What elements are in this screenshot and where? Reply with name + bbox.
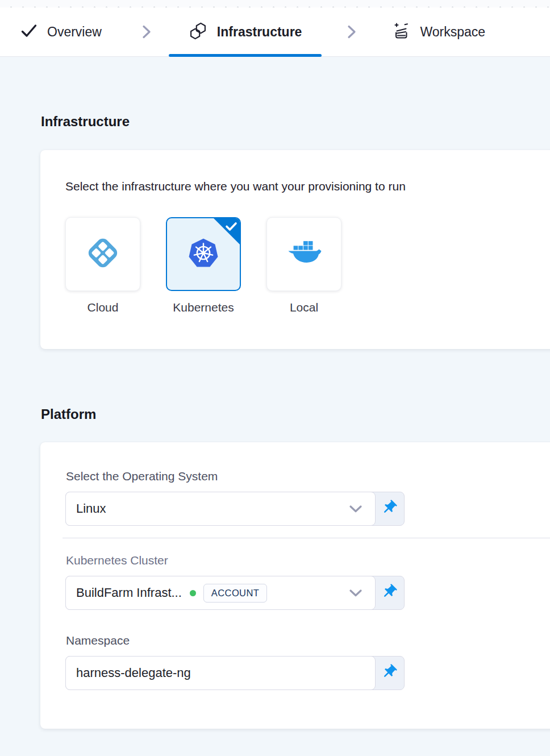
os-select[interactable]: Linux	[65, 492, 376, 526]
infrastructure-section-title: Infrastructure	[41, 114, 550, 129]
os-pin-button[interactable]	[374, 492, 404, 525]
cluster-select-row: BuildFarm Infrast... ACCOUNT	[65, 576, 405, 610]
connector-status-dot	[190, 590, 196, 596]
os-label: Select the Operating System	[66, 470, 538, 483]
option-cloud[interactable]	[65, 217, 140, 291]
tab-infrastructure[interactable]: Infrastructure	[169, 7, 322, 56]
namespace-input-row	[65, 656, 405, 690]
divider	[63, 538, 550, 538]
infrastructure-options: Cloud	[65, 217, 538, 314]
pin-icon	[381, 663, 398, 683]
platform-card: Select the Operating System Linux Kubern…	[40, 442, 550, 729]
chevron-right-icon	[141, 24, 152, 40]
chevron-down-icon	[349, 589, 366, 597]
tab-workspace[interactable]: Workspace	[392, 7, 485, 56]
option-kubernetes-wrap: Kubernetes	[166, 217, 241, 314]
cluster-select-value: BuildFarm Infrast...	[76, 585, 182, 600]
chevron-down-icon	[349, 505, 366, 513]
option-kubernetes[interactable]	[166, 217, 241, 291]
platform-section-title: Platform	[41, 406, 550, 422]
os-select-row: Linux	[65, 492, 405, 526]
tab-overview[interactable]: Overview	[20, 7, 102, 56]
kubernetes-icon	[186, 235, 221, 273]
tab-workspace-label: Workspace	[420, 24, 485, 40]
namespace-input[interactable]	[65, 656, 376, 690]
option-local[interactable]	[266, 217, 341, 291]
namespace-pin-button[interactable]	[374, 657, 404, 689]
option-cloud-wrap: Cloud	[65, 217, 140, 314]
check-icon	[20, 23, 38, 40]
cloud-icon	[84, 234, 122, 274]
stepper-tabs: Overview Infrastructure Workspace	[0, 7, 550, 57]
cluster-label: Kubernetes Cluster	[66, 554, 538, 567]
tab-overview-label: Overview	[47, 24, 102, 40]
tab-infrastructure-label: Infrastructure	[217, 24, 302, 40]
os-select-value: Linux	[76, 501, 106, 516]
infrastructure-instruction: Select the infrastructure where you want…	[65, 178, 538, 194]
pin-icon	[381, 499, 398, 518]
pin-icon	[381, 583, 398, 603]
option-local-wrap: Local	[266, 217, 341, 314]
scope-badge: ACCOUNT	[203, 584, 267, 603]
option-kubernetes-label: Kubernetes	[173, 301, 234, 314]
cluster-select[interactable]: BuildFarm Infrast... ACCOUNT	[65, 576, 376, 610]
check-icon	[225, 222, 238, 231]
infrastructure-card: Select the infrastructure where you want…	[40, 150, 550, 349]
namespace-label: Namespace	[66, 634, 538, 647]
option-local-label: Local	[290, 301, 318, 314]
docker-icon	[286, 238, 322, 270]
chevron-right-icon	[347, 24, 357, 40]
option-cloud-label: Cloud	[88, 301, 119, 314]
stack-icon	[392, 22, 410, 42]
cluster-pin-button[interactable]	[374, 576, 404, 609]
dotted-canvas-strip	[0, 0, 550, 7]
hexagons-icon	[189, 22, 207, 43]
